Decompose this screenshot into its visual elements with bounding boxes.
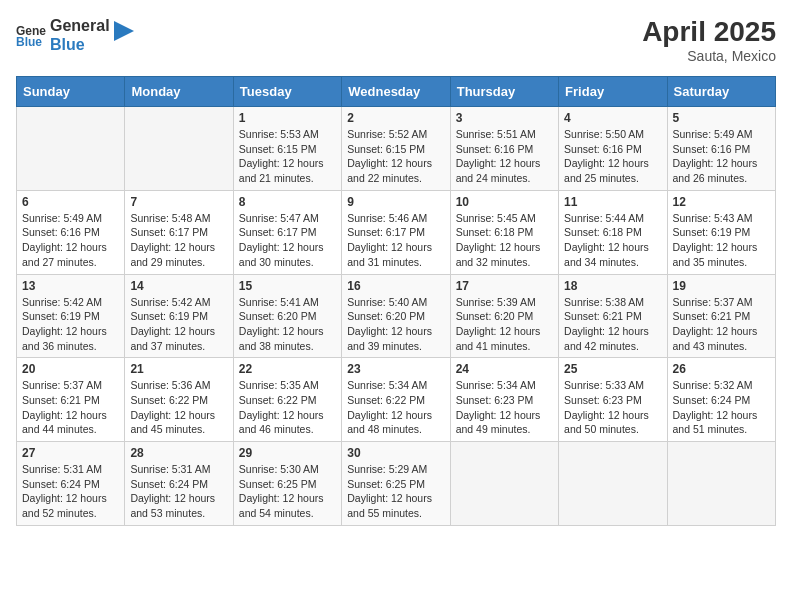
day-info: Sunrise: 5:31 AM Sunset: 6:24 PM Dayligh… bbox=[130, 462, 227, 521]
day-info: Sunrise: 5:50 AM Sunset: 6:16 PM Dayligh… bbox=[564, 127, 661, 186]
weekday-header-friday: Friday bbox=[559, 77, 667, 107]
day-info: Sunrise: 5:36 AM Sunset: 6:22 PM Dayligh… bbox=[130, 378, 227, 437]
calendar-cell: 24Sunrise: 5:34 AM Sunset: 6:23 PM Dayli… bbox=[450, 358, 558, 442]
calendar-cell: 29Sunrise: 5:30 AM Sunset: 6:25 PM Dayli… bbox=[233, 442, 341, 526]
day-number: 22 bbox=[239, 362, 336, 376]
day-info: Sunrise: 5:31 AM Sunset: 6:24 PM Dayligh… bbox=[22, 462, 119, 521]
day-info: Sunrise: 5:51 AM Sunset: 6:16 PM Dayligh… bbox=[456, 127, 553, 186]
calendar-cell: 30Sunrise: 5:29 AM Sunset: 6:25 PM Dayli… bbox=[342, 442, 450, 526]
day-number: 16 bbox=[347, 279, 444, 293]
day-number: 1 bbox=[239, 111, 336, 125]
day-info: Sunrise: 5:40 AM Sunset: 6:20 PM Dayligh… bbox=[347, 295, 444, 354]
calendar-cell bbox=[559, 442, 667, 526]
day-number: 7 bbox=[130, 195, 227, 209]
day-info: Sunrise: 5:53 AM Sunset: 6:15 PM Dayligh… bbox=[239, 127, 336, 186]
weekday-header-wednesday: Wednesday bbox=[342, 77, 450, 107]
calendar-cell: 20Sunrise: 5:37 AM Sunset: 6:21 PM Dayli… bbox=[17, 358, 125, 442]
calendar-week-row: 1Sunrise: 5:53 AM Sunset: 6:15 PM Daylig… bbox=[17, 107, 776, 191]
calendar-cell: 1Sunrise: 5:53 AM Sunset: 6:15 PM Daylig… bbox=[233, 107, 341, 191]
calendar-cell: 10Sunrise: 5:45 AM Sunset: 6:18 PM Dayli… bbox=[450, 190, 558, 274]
day-number: 26 bbox=[673, 362, 770, 376]
day-number: 24 bbox=[456, 362, 553, 376]
day-info: Sunrise: 5:39 AM Sunset: 6:20 PM Dayligh… bbox=[456, 295, 553, 354]
day-number: 9 bbox=[347, 195, 444, 209]
day-number: 25 bbox=[564, 362, 661, 376]
calendar-cell: 4Sunrise: 5:50 AM Sunset: 6:16 PM Daylig… bbox=[559, 107, 667, 191]
calendar-cell bbox=[17, 107, 125, 191]
calendar-week-row: 6Sunrise: 5:49 AM Sunset: 6:16 PM Daylig… bbox=[17, 190, 776, 274]
day-number: 28 bbox=[130, 446, 227, 460]
logo-blue-text: Blue bbox=[50, 35, 110, 54]
calendar-cell: 2Sunrise: 5:52 AM Sunset: 6:15 PM Daylig… bbox=[342, 107, 450, 191]
day-info: Sunrise: 5:44 AM Sunset: 6:18 PM Dayligh… bbox=[564, 211, 661, 270]
day-number: 27 bbox=[22, 446, 119, 460]
title-area: April 2025 Sauta, Mexico bbox=[642, 16, 776, 64]
day-number: 29 bbox=[239, 446, 336, 460]
calendar-cell: 9Sunrise: 5:46 AM Sunset: 6:17 PM Daylig… bbox=[342, 190, 450, 274]
day-number: 10 bbox=[456, 195, 553, 209]
day-info: Sunrise: 5:38 AM Sunset: 6:21 PM Dayligh… bbox=[564, 295, 661, 354]
day-info: Sunrise: 5:42 AM Sunset: 6:19 PM Dayligh… bbox=[130, 295, 227, 354]
day-info: Sunrise: 5:37 AM Sunset: 6:21 PM Dayligh… bbox=[22, 378, 119, 437]
calendar-cell: 15Sunrise: 5:41 AM Sunset: 6:20 PM Dayli… bbox=[233, 274, 341, 358]
calendar-cell: 19Sunrise: 5:37 AM Sunset: 6:21 PM Dayli… bbox=[667, 274, 775, 358]
calendar-cell: 13Sunrise: 5:42 AM Sunset: 6:19 PM Dayli… bbox=[17, 274, 125, 358]
day-info: Sunrise: 5:48 AM Sunset: 6:17 PM Dayligh… bbox=[130, 211, 227, 270]
calendar-table: SundayMondayTuesdayWednesdayThursdayFrid… bbox=[16, 76, 776, 526]
day-number: 4 bbox=[564, 111, 661, 125]
svg-marker-3 bbox=[114, 21, 134, 41]
calendar-cell: 12Sunrise: 5:43 AM Sunset: 6:19 PM Dayli… bbox=[667, 190, 775, 274]
day-number: 11 bbox=[564, 195, 661, 209]
day-info: Sunrise: 5:29 AM Sunset: 6:25 PM Dayligh… bbox=[347, 462, 444, 521]
calendar-cell: 16Sunrise: 5:40 AM Sunset: 6:20 PM Dayli… bbox=[342, 274, 450, 358]
calendar-week-row: 20Sunrise: 5:37 AM Sunset: 6:21 PM Dayli… bbox=[17, 358, 776, 442]
day-number: 8 bbox=[239, 195, 336, 209]
calendar-cell bbox=[125, 107, 233, 191]
day-number: 15 bbox=[239, 279, 336, 293]
weekday-header-row: SundayMondayTuesdayWednesdayThursdayFrid… bbox=[17, 77, 776, 107]
location-subtitle: Sauta, Mexico bbox=[642, 48, 776, 64]
day-info: Sunrise: 5:33 AM Sunset: 6:23 PM Dayligh… bbox=[564, 378, 661, 437]
day-info: Sunrise: 5:37 AM Sunset: 6:21 PM Dayligh… bbox=[673, 295, 770, 354]
day-info: Sunrise: 5:45 AM Sunset: 6:18 PM Dayligh… bbox=[456, 211, 553, 270]
calendar-cell: 8Sunrise: 5:47 AM Sunset: 6:17 PM Daylig… bbox=[233, 190, 341, 274]
day-info: Sunrise: 5:35 AM Sunset: 6:22 PM Dayligh… bbox=[239, 378, 336, 437]
month-title: April 2025 bbox=[642, 16, 776, 48]
page-header: General Blue General Blue April 2025 Sau… bbox=[16, 16, 776, 64]
day-number: 17 bbox=[456, 279, 553, 293]
weekday-header-saturday: Saturday bbox=[667, 77, 775, 107]
day-info: Sunrise: 5:52 AM Sunset: 6:15 PM Dayligh… bbox=[347, 127, 444, 186]
logo-general-text: General bbox=[50, 16, 110, 35]
calendar-cell: 5Sunrise: 5:49 AM Sunset: 6:16 PM Daylig… bbox=[667, 107, 775, 191]
day-number: 3 bbox=[456, 111, 553, 125]
day-info: Sunrise: 5:43 AM Sunset: 6:19 PM Dayligh… bbox=[673, 211, 770, 270]
calendar-cell: 25Sunrise: 5:33 AM Sunset: 6:23 PM Dayli… bbox=[559, 358, 667, 442]
logo-arrow-icon bbox=[114, 21, 134, 49]
day-number: 18 bbox=[564, 279, 661, 293]
calendar-week-row: 13Sunrise: 5:42 AM Sunset: 6:19 PM Dayli… bbox=[17, 274, 776, 358]
calendar-cell: 6Sunrise: 5:49 AM Sunset: 6:16 PM Daylig… bbox=[17, 190, 125, 274]
logo-icon: General Blue bbox=[16, 20, 46, 50]
calendar-cell: 28Sunrise: 5:31 AM Sunset: 6:24 PM Dayli… bbox=[125, 442, 233, 526]
day-number: 12 bbox=[673, 195, 770, 209]
day-info: Sunrise: 5:34 AM Sunset: 6:23 PM Dayligh… bbox=[456, 378, 553, 437]
day-number: 14 bbox=[130, 279, 227, 293]
day-info: Sunrise: 5:47 AM Sunset: 6:17 PM Dayligh… bbox=[239, 211, 336, 270]
day-info: Sunrise: 5:46 AM Sunset: 6:17 PM Dayligh… bbox=[347, 211, 444, 270]
day-number: 23 bbox=[347, 362, 444, 376]
calendar-cell: 26Sunrise: 5:32 AM Sunset: 6:24 PM Dayli… bbox=[667, 358, 775, 442]
weekday-header-sunday: Sunday bbox=[17, 77, 125, 107]
logo: General Blue General Blue bbox=[16, 16, 134, 54]
calendar-cell: 17Sunrise: 5:39 AM Sunset: 6:20 PM Dayli… bbox=[450, 274, 558, 358]
day-number: 20 bbox=[22, 362, 119, 376]
day-number: 2 bbox=[347, 111, 444, 125]
calendar-cell: 11Sunrise: 5:44 AM Sunset: 6:18 PM Dayli… bbox=[559, 190, 667, 274]
weekday-header-tuesday: Tuesday bbox=[233, 77, 341, 107]
weekday-header-thursday: Thursday bbox=[450, 77, 558, 107]
day-number: 13 bbox=[22, 279, 119, 293]
calendar-cell: 22Sunrise: 5:35 AM Sunset: 6:22 PM Dayli… bbox=[233, 358, 341, 442]
calendar-cell: 21Sunrise: 5:36 AM Sunset: 6:22 PM Dayli… bbox=[125, 358, 233, 442]
calendar-cell: 23Sunrise: 5:34 AM Sunset: 6:22 PM Dayli… bbox=[342, 358, 450, 442]
day-number: 6 bbox=[22, 195, 119, 209]
day-number: 30 bbox=[347, 446, 444, 460]
